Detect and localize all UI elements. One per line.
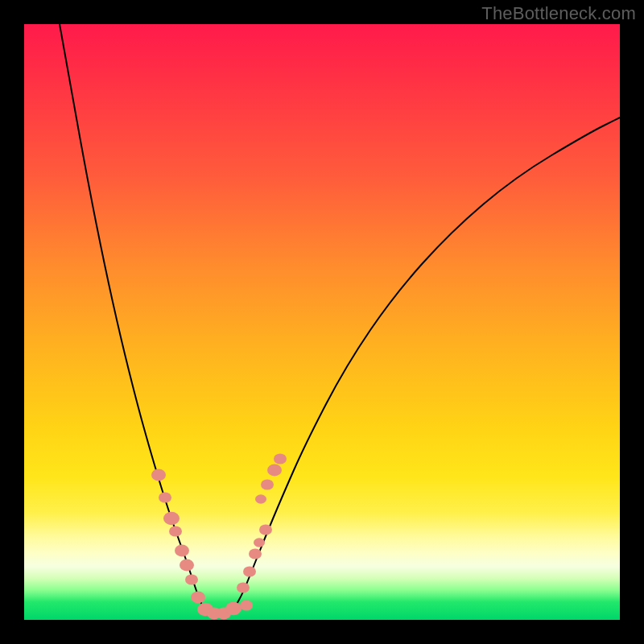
curve-marker xyxy=(237,582,250,592)
curve-svg xyxy=(24,24,620,620)
curve-marker xyxy=(163,512,180,525)
curve-marker xyxy=(175,545,189,557)
bottleneck-curve xyxy=(60,24,620,614)
curve-marker xyxy=(151,469,166,481)
chart-frame: TheBottleneck.com xyxy=(0,0,644,644)
curve-marker xyxy=(267,464,282,477)
curve-marker xyxy=(243,566,256,576)
curve-marker xyxy=(249,548,262,559)
curve-marker xyxy=(185,574,198,584)
curve-marker xyxy=(255,494,266,503)
curve-marker xyxy=(261,479,274,489)
curve-marker xyxy=(225,602,242,615)
curve-marker xyxy=(191,592,205,604)
curve-marker xyxy=(169,526,182,536)
curve-marker xyxy=(254,538,265,547)
curve-marker xyxy=(259,524,272,535)
watermark-text: TheBottleneck.com xyxy=(481,3,636,24)
curve-marker xyxy=(180,559,194,572)
curve-marker xyxy=(240,600,253,610)
curve-marker xyxy=(274,453,287,464)
curve-marker xyxy=(159,492,171,502)
plot-area xyxy=(24,24,620,620)
